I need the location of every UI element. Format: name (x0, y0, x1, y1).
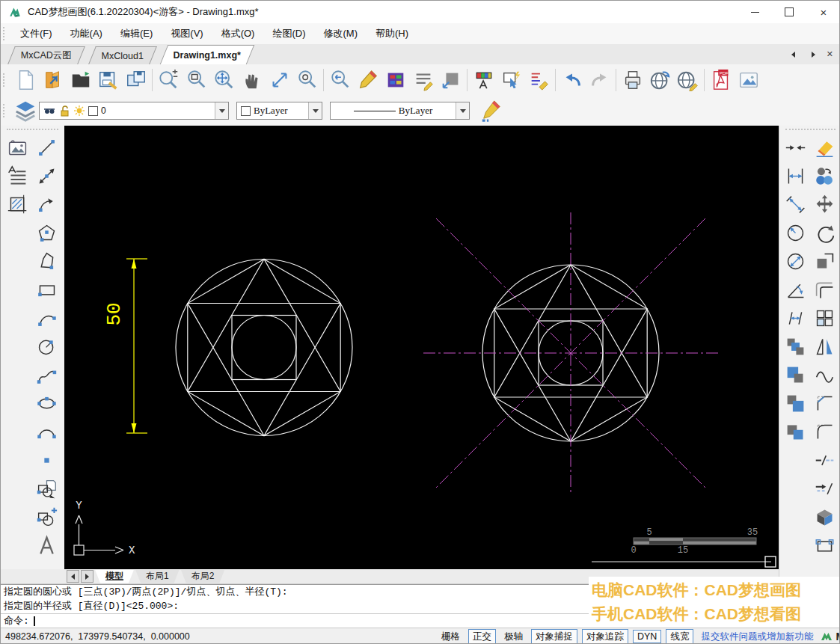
layer-select[interactable]: 0 (39, 102, 229, 120)
menu-item-file[interactable]: 文件(F) (11, 24, 61, 43)
draw-order-2-button[interactable] (782, 361, 809, 389)
toggle-ortho[interactable]: 正交 (468, 629, 496, 644)
dim-continue-button[interactable] (782, 304, 809, 332)
web-publish-button[interactable] (646, 67, 674, 93)
offset-button[interactable] (811, 275, 838, 304)
insert-image-button[interactable] (735, 67, 762, 93)
linetype-select[interactable]: ByLayer (330, 102, 470, 120)
arc-start-button[interactable] (33, 190, 60, 218)
rectangle-button[interactable] (33, 275, 60, 304)
draw-order-4-button[interactable] (782, 417, 809, 446)
draw-order-1-button[interactable] (782, 332, 809, 361)
layer-manager-button[interactable] (11, 97, 39, 124)
break-button[interactable] (811, 446, 838, 474)
menu-item-view[interactable]: 视图(V) (162, 24, 212, 43)
tab-mxcloud1[interactable]: MxCloud1 (88, 46, 157, 64)
rotate-button[interactable] (811, 218, 838, 247)
zoom-scale-button[interactable] (266, 67, 293, 93)
drawing-canvas[interactable]: 50 5 35 0 15 (64, 126, 779, 569)
toggle-otrack[interactable]: 对象追踪 (582, 629, 628, 644)
tab-scroll-left-button[interactable] (788, 49, 799, 60)
curve-button[interactable] (33, 304, 60, 332)
circle-button[interactable] (33, 332, 60, 361)
array-button[interactable] (811, 304, 838, 332)
close-button[interactable]: × (806, 1, 840, 23)
color-select[interactable]: ByLayer (236, 102, 322, 120)
erase-button[interactable] (811, 133, 838, 162)
dim-radius-button[interactable] (782, 218, 809, 247)
open-drawing-button[interactable] (39, 67, 67, 93)
panel-grip[interactable] (7, 129, 58, 132)
zoom-previous-button[interactable] (326, 67, 354, 93)
xline-button[interactable] (33, 162, 60, 190)
toolbar-grip[interactable] (3, 73, 8, 87)
tab-drawing1[interactable]: Drawing1.mxg* (160, 45, 255, 64)
hatch-button[interactable] (4, 190, 31, 218)
box-3d-button[interactable] (811, 503, 838, 531)
edit-properties-button[interactable] (477, 97, 505, 124)
toggle-dyn[interactable]: DYN (633, 630, 661, 643)
spline-edit-button[interactable] (811, 361, 838, 389)
menu-item-help[interactable]: 帮助(H) (367, 24, 417, 43)
print-button[interactable] (619, 67, 646, 93)
save-all-button[interactable] (122, 67, 150, 93)
dim-aligned-button[interactable] (782, 190, 809, 218)
menu-item-format[interactable]: 格式(O) (212, 24, 264, 43)
toolbar-grip[interactable] (3, 104, 8, 117)
block-create-button[interactable] (33, 503, 60, 531)
mtext-button[interactable] (4, 162, 31, 190)
redo-button[interactable] (586, 67, 613, 93)
tab-close-button[interactable]: ✕ (827, 49, 833, 59)
point-button[interactable] (33, 446, 60, 474)
minimize-button[interactable] (738, 1, 772, 23)
dim-angular-button[interactable] (782, 275, 809, 304)
block-insert-button[interactable] (33, 474, 60, 503)
ellipse-button[interactable] (33, 389, 60, 417)
zoom-center-button[interactable] (293, 67, 321, 93)
menu-item-function[interactable]: 功能(A) (61, 24, 111, 43)
feedback-link[interactable]: 提交软件问题或增加新功能 (701, 631, 813, 643)
dim-linear-button[interactable] (782, 162, 809, 190)
line-button[interactable] (33, 133, 60, 162)
scale-button[interactable] (811, 247, 838, 275)
menu-item-draw[interactable]: 绘图(D) (263, 24, 314, 43)
polygon-button[interactable] (33, 218, 60, 247)
text-button[interactable] (33, 531, 60, 559)
open-folder-button[interactable] (67, 67, 94, 93)
trim-button[interactable] (782, 133, 809, 162)
zoom-window-button[interactable] (183, 67, 210, 93)
text-style-button[interactable] (409, 67, 437, 93)
undo-button[interactable] (558, 67, 586, 93)
web-edit-button[interactable] (674, 67, 702, 93)
color-palette-button[interactable] (381, 67, 409, 93)
zoom-extents-button[interactable] (210, 67, 238, 93)
export-pdf-button[interactable]: PDF (707, 67, 735, 93)
tab-layout2[interactable]: 布局2 (181, 570, 225, 583)
toggle-osnap[interactable]: 对象捕捉 (531, 629, 577, 644)
insert-raster-image-button[interactable] (4, 133, 31, 162)
tab-mxcad-cloud[interactable]: MxCAD云图 (7, 46, 85, 64)
panel-grip[interactable] (785, 129, 836, 132)
viewport-button[interactable] (437, 67, 465, 93)
save-button[interactable] (94, 67, 122, 93)
dim-diameter-button[interactable] (782, 247, 809, 275)
maximize-button[interactable] (772, 1, 806, 23)
menu-item-edit[interactable]: 编辑(E) (111, 24, 162, 43)
menu-item-modify[interactable]: 修改(M) (314, 24, 367, 43)
draw-color-button[interactable] (354, 67, 381, 93)
new-file-button[interactable] (11, 67, 39, 93)
lengthen-button[interactable] (811, 474, 838, 503)
arc-button[interactable] (33, 417, 60, 446)
toggle-polar[interactable]: 极轴 (500, 630, 527, 644)
layer-bar-button[interactable] (470, 67, 497, 93)
spline-button[interactable] (33, 361, 60, 389)
tab-scroll-right-button[interactable] (808, 49, 819, 60)
fillet-button[interactable] (811, 417, 838, 446)
tab-layout1[interactable]: 布局1 (135, 570, 180, 583)
quick-select-button[interactable] (497, 67, 525, 93)
move-button[interactable] (811, 190, 838, 218)
copy-button[interactable] (811, 162, 838, 190)
sheet-scroll-left-button[interactable] (67, 570, 79, 583)
sheet-scroll-right-button[interactable] (81, 570, 93, 583)
draw-order-3-button[interactable] (782, 389, 809, 417)
